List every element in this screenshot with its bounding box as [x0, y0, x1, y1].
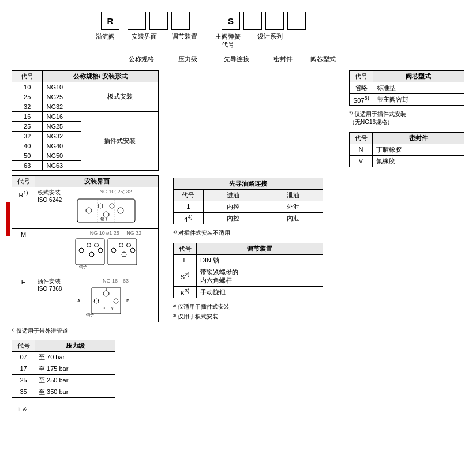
box-R: R — [101, 12, 119, 30]
spool-col-code: 代号 — [350, 70, 373, 82]
pressure-row-07-val: 至 70 bar — [35, 351, 115, 363]
pilot-row-1-code: 1 — [174, 201, 204, 212]
seal-row-N-val: 丁腈橡胶 — [373, 144, 464, 155]
nominal-col-code: 代号 — [12, 70, 43, 82]
interface-footnote: ¹⁾ 仅适用于带外泄管道 — [12, 327, 164, 335]
svg-point-11 — [87, 243, 91, 247]
adjuster-col-code: 代号 — [174, 243, 197, 254]
nominal-row-25b-code: 25 — [12, 121, 43, 131]
svg-point-25 — [103, 291, 109, 296]
nominal-row-63-code: 63 — [12, 160, 43, 170]
adjuster-row-L-val: DIN 锁 — [197, 254, 323, 266]
spool-row-s07-val: 带主阀密封 — [373, 93, 464, 105]
sub-label-spool: 阀芯型式 — [303, 55, 343, 63]
box-S: S — [222, 12, 240, 30]
bottom-note-text: It & — [17, 406, 27, 412]
nominal-table: 代号 公称规格/ 安装形式 10 NG10 板式安装 25 NG25 32 — [12, 70, 159, 171]
selector-R: R — [101, 12, 124, 30]
interface-table-title: 安装界面 — [35, 175, 159, 187]
box-3 — [149, 12, 168, 30]
svg-point-18 — [119, 243, 123, 247]
nominal-row-25b-ng: NG25 — [43, 121, 81, 131]
interface-E-diagram: NG 16－63 A B — [73, 276, 158, 322]
nominal-row-50-code: 50 — [12, 151, 43, 160]
pressure-row-17-code: 17 — [12, 363, 35, 374]
pilot-col-code: 代号 — [174, 189, 204, 201]
nominal-row-63-ng: NG63 — [43, 160, 81, 170]
seal-row-N-code: N — [350, 144, 373, 155]
interface-R-desc: 板式安装ISO 6242 — [35, 187, 73, 228]
interface-col-code: 代号 — [12, 175, 35, 187]
sub-label-nominal: 公称规格 — [118, 55, 164, 63]
spool-table-wrapper: 代号 阀芯型式 省略 标准型 S075) 带主阀密封 — [349, 70, 464, 126]
pilot-table: 先导油路连接 代号 进油 泄油 1 内控 外泄 — [173, 178, 323, 224]
nominal-row-32-ng: NG32 — [43, 102, 81, 111]
interface-R-diagram: NG 10; 25; 32 销子 — [73, 187, 158, 228]
box-6 — [243, 12, 262, 30]
svg-point-3 — [110, 204, 114, 208]
svg-point-10 — [79, 248, 84, 253]
svg-point-26 — [114, 299, 118, 303]
label-mounting-interface: 安装界面 — [124, 32, 164, 49]
pilot-row-4-out: 内泄 — [263, 212, 323, 224]
pilot-col-out: 泄油 — [263, 189, 323, 201]
spool-table-title: 阀芯型式 — [373, 70, 464, 82]
sub-label-seal: 密封件 — [263, 55, 303, 63]
right-column: 代号 阀芯型式 省略 标准型 S075) 带主阀密封 — [173, 70, 464, 403]
seal-col-code: 代号 — [350, 132, 373, 144]
nominal-row-50-ng: NG50 — [43, 151, 81, 160]
nominal-row-32-code: 32 — [12, 102, 43, 111]
nominal-cartridge-install: 插件式安装 — [81, 111, 159, 170]
svg-text:A: A — [77, 298, 81, 303]
pilot-footnote: ⁴⁾ 对插件式安装不适用 — [173, 229, 464, 237]
nominal-table-title: 公称规格/ 安装形式 — [43, 70, 159, 82]
svg-point-2 — [98, 204, 103, 208]
interface-E-desc: 插件安装ISO 7368 — [35, 276, 73, 322]
adjuster-table-title: 调节装置 — [197, 243, 323, 254]
svg-point-19 — [126, 243, 130, 247]
page-wrapper: R S 溢流阀 安装界面 调节装置 主阀弹簧代号 设计系列 公称规格 压力级 先… — [6, 6, 470, 412]
pilot-table-wrapper: 先导油路连接 代号 进油 泄油 1 内控 外泄 — [173, 178, 464, 237]
diagram-plate-ng10: 销子 — [74, 194, 138, 226]
pressure-col-code: 代号 — [12, 340, 35, 351]
interface-M-diagram: NG 10 ⌀1 25 NG 32 销子 — [73, 228, 158, 276]
interface-table: 代号 安装界面 R1) 板式安装ISO 6242 NG 10; 25; 32 — [12, 175, 159, 322]
interface-R-code: R1) — [12, 187, 35, 228]
svg-text:y: y — [111, 306, 114, 310]
adjuster-row-K-code: K3) — [174, 286, 197, 298]
interface-M-code: M — [12, 228, 35, 276]
sub-label-pressure: 压力级 — [164, 55, 211, 63]
adjuster-row-L-code: L — [174, 254, 197, 266]
adjuster-footnote3: ³⁾ 仅用于板式安装 — [173, 313, 464, 321]
left-column: 代号 公称规格/ 安装形式 10 NG10 板式安装 25 NG25 32 — [12, 70, 164, 403]
pilot-row-4-code: 44) — [174, 212, 204, 224]
nominal-row-25-ng: NG25 — [43, 92, 81, 102]
nominal-plate-install: 板式安装 — [81, 82, 159, 111]
pilot-table-title: 先导油路连接 — [174, 178, 323, 189]
pilot-col-in: 进油 — [203, 189, 263, 201]
box-8 — [287, 12, 306, 30]
label-adjuster: 调节装置 — [164, 32, 205, 49]
spool-table: 代号 阀芯型式 省略 标准型 S075) 带主阀密封 — [349, 70, 464, 106]
svg-point-24 — [94, 299, 99, 303]
box-7 — [265, 12, 284, 30]
diagram-plate-M: 销子 — [74, 236, 138, 273]
spool-footnote: ⁵⁾ 仅适用于插件式安装（无NG16规格） — [349, 110, 464, 126]
pilot-row-4-in: 内控 — [203, 212, 263, 224]
diagram-cartridge: A B x y 销子 — [74, 285, 138, 320]
svg-point-1 — [86, 208, 92, 213]
interface-M-desc — [35, 228, 73, 276]
spool-row-std-code: 省略 — [350, 82, 373, 93]
nominal-row-16-ng: NG16 — [43, 111, 81, 121]
pressure-table: 代号 压力级 07 至 70 bar 17 至 175 bar 25 至 250… — [12, 340, 115, 398]
pressure-row-07-code: 07 — [12, 351, 35, 363]
seal-table-title: 密封件 — [373, 132, 464, 144]
nominal-row-40-code: 40 — [12, 141, 43, 151]
svg-point-5 — [118, 208, 123, 213]
pilot-row-1-in: 内控 — [203, 201, 263, 212]
bottom-note: It & — [12, 406, 464, 412]
seal-table: 代号 密封件 N 丁腈橡胶 V 氟橡胶 — [349, 132, 464, 167]
svg-point-14 — [98, 248, 103, 253]
pressure-row-25-val: 至 250 bar — [35, 374, 115, 386]
nominal-row-16-code: 16 — [12, 111, 43, 121]
